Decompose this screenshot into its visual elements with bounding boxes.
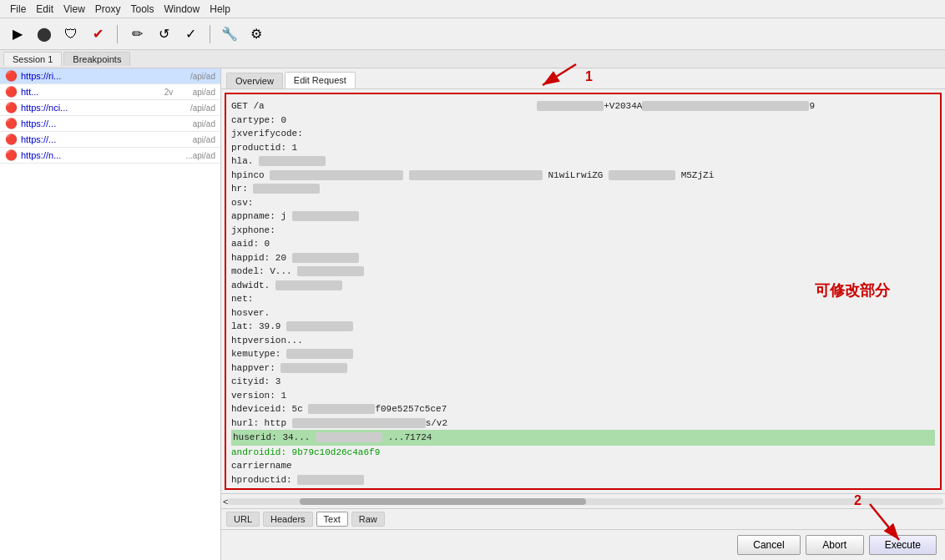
request-line-5: hla.	[231, 154, 935, 169]
blurred-appname	[292, 211, 359, 221]
tick-button[interactable]: ✓	[179, 23, 201, 45]
error-icon-6: 🔴	[5, 149, 18, 161]
check-red-button[interactable]: ✔	[87, 23, 109, 45]
refresh-button[interactable]: ↺	[153, 23, 174, 45]
shield-button[interactable]: 🛡	[60, 23, 82, 45]
request-line-3: jxverifycode:	[231, 127, 935, 141]
bottom-tab-url[interactable]: URL	[226, 512, 260, 527]
menu-view[interactable]: View	[58, 3, 90, 15]
annotation-number-2: 2	[854, 493, 862, 508]
request-line-8: osv:	[231, 196, 935, 210]
menu-window[interactable]: Window	[159, 3, 205, 15]
url-text-5: https://...	[21, 134, 190, 144]
edit-button[interactable]: ✏	[126, 23, 148, 45]
blurred-value-1a	[537, 101, 604, 111]
list-item[interactable]: 🔴 https://... api/ad	[0, 132, 220, 148]
menu-help[interactable]: Help	[205, 3, 235, 15]
request-line-4: productid: 1	[231, 141, 935, 155]
blurred-kemu	[286, 349, 353, 359]
path-text-6: ...api/ad	[185, 151, 215, 160]
request-line-21: cityid: 3	[231, 375, 935, 389]
menu-edit[interactable]: Edit	[31, 3, 58, 15]
error-icon-2: 🔴	[5, 86, 18, 98]
path-text-3: /api/ad	[190, 103, 215, 113]
path-text-1: /api/ad	[190, 72, 215, 81]
list-item[interactable]: 🔴 https://... api/ad	[0, 116, 220, 132]
svg-line-3	[870, 504, 899, 540]
arrow-2-svg	[862, 500, 912, 550]
menu-tools[interactable]: Tools	[126, 3, 159, 15]
svg-line-1	[543, 64, 576, 85]
settings-button[interactable]: ⚙	[245, 23, 267, 45]
request-line-28: hproductid:	[231, 473, 935, 487]
scrollbar-thumb	[300, 498, 586, 505]
error-icon-3: 🔴	[5, 102, 18, 114]
annotation-1-container: 1	[530, 60, 593, 93]
request-content[interactable]: 可修改部分 GET /a +V2034A9 cartype: 0 jxverif…	[225, 93, 942, 490]
method-text-2: 2v	[164, 88, 190, 97]
request-line-7: hr:	[231, 182, 935, 196]
bottom-tab-headers[interactable]: Headers	[263, 512, 313, 527]
stop-button[interactable]: ⬤	[33, 23, 55, 45]
blurred-hdevice	[308, 404, 375, 414]
blurred-hpinco-1	[270, 170, 403, 180]
blurred-hpinco-3	[609, 170, 675, 180]
list-item[interactable]: 🔴 htt... 2v api/ad	[0, 84, 220, 100]
tab-overview[interactable]: Overview	[226, 73, 283, 88]
blurred-happid	[292, 253, 359, 263]
request-line-16: hosver.	[231, 306, 935, 320]
error-icon-5: 🔴	[5, 134, 18, 145]
arrow-1-svg	[530, 60, 580, 93]
bottom-tab-text[interactable]: Text	[316, 512, 348, 527]
session-tabs: Session 1 Breakpoints	[0, 50, 945, 68]
request-line-6: hpinco N1wiLrwiZG M5ZjZi	[231, 169, 935, 183]
request-line-11: aaid: 0	[231, 237, 935, 251]
request-line-9: appname: j	[231, 209, 935, 224]
request-line-26: androidid: 9b79c10d26c4a6f9	[231, 446, 935, 460]
tab-row: Overview Edit Request 1	[221, 68, 945, 89]
request-line-10: jxphone:	[231, 224, 935, 238]
blurred-value-1b	[642, 101, 809, 111]
toolbar-sep-1	[117, 25, 118, 43]
request-line-27: carriername	[231, 459, 935, 473]
left-panel: 🔴 https://ri... /api/ad 🔴 htt... 2v api/…	[0, 68, 221, 560]
menu-file[interactable]: File	[5, 3, 31, 15]
right-container: Overview Edit Request 1 可修改部分 GET /a	[221, 68, 945, 560]
blurred-happver	[280, 363, 347, 373]
scrollbar-row: < 2	[221, 493, 945, 508]
bottom-tab-raw[interactable]: Raw	[351, 512, 385, 527]
request-line-18: htpversion...	[231, 334, 935, 348]
annotation-2-container: 2	[854, 493, 912, 550]
request-line-13: model: V...	[231, 265, 935, 279]
tab-edit-request[interactable]: Edit Request	[285, 72, 356, 88]
session-tab-breakpoints[interactable]: Breakpoints	[63, 52, 130, 66]
tools-button[interactable]: 🔧	[219, 23, 240, 45]
menubar: File Edit View Proxy Tools Window Help	[0, 0, 945, 18]
list-item[interactable]: 🔴 https://n... ...api/ad	[0, 148, 220, 164]
action-bar: Cancel Abort Execute	[221, 529, 945, 560]
cancel-button[interactable]: Cancel	[737, 535, 800, 555]
request-line-1: GET /a +V2034A9	[231, 99, 935, 114]
url-text-1: https://ri...	[21, 71, 187, 81]
request-line-23: hdeviceid: 5c f09e5257c5ce7	[231, 402, 935, 416]
request-line-22: version: 1	[231, 389, 935, 403]
session-tab-1[interactable]: Session 1	[3, 52, 62, 66]
request-line-20: happver:	[231, 361, 935, 376]
error-icon-4: 🔴	[5, 118, 18, 129]
list-item[interactable]: 🔴 https://ri... /api/ad	[0, 68, 220, 84]
bottom-tabs: URL Headers Text Raw	[221, 508, 945, 529]
blurred-huserid	[316, 432, 382, 442]
list-item[interactable]: 🔴 https://nci... /api/ad	[0, 100, 220, 116]
toolbar: ▶ ⬤ 🛡 ✔ ✏ ↺ ✓ 🔧 ⚙	[0, 18, 945, 50]
main-layout: 🔴 https://ri... /api/ad 🔴 htt... 2v api/…	[0, 68, 945, 560]
toolbar-sep-2	[210, 25, 210, 43]
url-text-3: https://nci...	[21, 103, 187, 113]
menu-proxy[interactable]: Proxy	[90, 3, 126, 15]
start-button[interactable]: ▶	[7, 23, 28, 45]
path-text-4: api/ad	[193, 119, 215, 129]
scrollbar-track[interactable]	[228, 498, 943, 505]
path-text-5: api/ad	[193, 135, 215, 144]
blurred-hurl	[292, 418, 426, 428]
blurred-hr	[253, 184, 320, 194]
blurred-model	[297, 266, 364, 276]
